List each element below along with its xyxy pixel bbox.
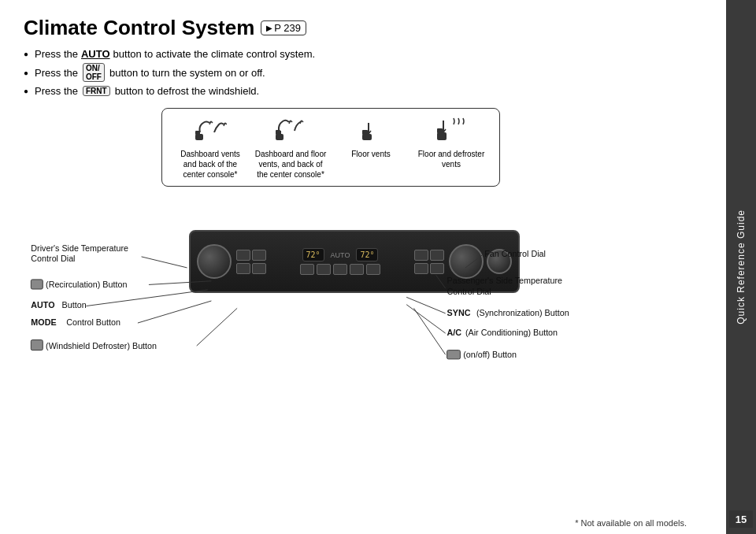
- panel-center-btn-5: [366, 264, 380, 275]
- panel-right-btn-2: [430, 250, 444, 261]
- footnote: * Not available on all models.: [575, 518, 687, 528]
- svg-line-18: [406, 305, 446, 333]
- svg-rect-13: [31, 340, 43, 350]
- svg-line-14: [197, 308, 237, 346]
- svg-line-8: [142, 257, 187, 268]
- ref-arrow: ▶: [266, 24, 272, 32]
- panel-btn-3: [236, 263, 250, 274]
- airflow-label-2: Dashboard and floor vents, and back of t…: [254, 149, 327, 180]
- airflow-icon-3: [354, 117, 387, 146]
- airflow-label-1: Dashboard vents and back of the center c…: [174, 149, 246, 180]
- airflow-mode-2: Dashboard and floor vents, and back of t…: [254, 117, 327, 180]
- panel-right-btn-4: [430, 263, 444, 274]
- svg-rect-6: [437, 132, 447, 140]
- svg-rect-0: [195, 134, 203, 140]
- airflow-label-3: Floor vents: [351, 149, 390, 159]
- svg-line-12: [138, 301, 211, 323]
- airflow-mode-4: Floor and defroster vents: [415, 117, 487, 169]
- left-temp-display: 72°: [302, 248, 324, 261]
- panel-right-btn-1: [414, 250, 428, 261]
- panel-image: 72° AUTO 72°: [189, 230, 520, 293]
- panel-btn-1: [236, 250, 250, 261]
- airflow-mode-1: Dashboard vents and back of the center c…: [174, 117, 246, 180]
- page-number: 15: [729, 510, 753, 528]
- airflow-mode-3: Floor vents: [335, 117, 407, 159]
- svg-rect-7: [437, 128, 443, 133]
- svg-rect-4: [362, 134, 372, 140]
- onoff-label: (on/off) Button: [463, 350, 517, 359]
- bullet-2-after: button to turn the system on or off.: [109, 67, 265, 79]
- right-temperature-dial: [449, 244, 484, 279]
- bullet-1-after: button to activate the climate control s…: [113, 48, 316, 60]
- recirc-label: (Recirculation) Button: [46, 280, 127, 289]
- page-ref: ▶ P 239: [261, 20, 306, 35]
- bullet-1-before: Press the: [35, 48, 78, 60]
- left-temperature-dial: [197, 244, 232, 279]
- drivers-temp-label-2: Control Dial: [31, 254, 75, 263]
- svg-rect-3: [276, 130, 280, 135]
- drivers-temp-label: Driver's Side Temperature: [31, 243, 128, 253]
- panel-container: 72° AUTO 72°: [189, 230, 520, 293]
- bullet-3-before: Press the: [35, 85, 78, 97]
- svg-rect-5: [362, 130, 368, 135]
- bullet-3: Press the FRNT button to defrost the win…: [24, 85, 702, 97]
- front-inline-btn: FRNT: [83, 86, 110, 96]
- mode-btn-label-2: Control Button: [66, 317, 120, 327]
- main-content: Climate Control System ▶ P 239 Press the…: [0, 0, 726, 534]
- ref-page: P 239: [274, 22, 301, 34]
- right-temp-display: 72°: [356, 248, 378, 261]
- panel-center-btn-4: [350, 264, 364, 275]
- sync-label: SYNC: [447, 308, 471, 317]
- airflow-label-4: Floor and defroster vents: [415, 149, 487, 169]
- svg-line-20: [414, 308, 446, 354]
- svg-rect-1: [195, 131, 200, 135]
- svg-rect-9: [31, 280, 43, 289]
- ac-label: A/C: [447, 328, 462, 337]
- airflow-icon-4: [432, 117, 471, 146]
- bullet-1-bold: AUTO: [81, 48, 110, 60]
- mode-btn-label: MODE: [31, 317, 56, 327]
- auto-btn-label: AUTO: [31, 300, 54, 310]
- svg-rect-2: [276, 134, 284, 140]
- panel-controls: 72° AUTO 72°: [191, 241, 518, 282]
- sync-label-2: (Synchronization) Button: [476, 308, 569, 317]
- sidebar-label: Quick Reference Guide: [736, 210, 747, 324]
- panel-center-btn-2: [317, 264, 331, 275]
- onoff-inline-btn: ON/OFF: [83, 63, 105, 82]
- page-title: Climate Control System ▶ P 239: [24, 16, 702, 40]
- panel-center-btn-1: [300, 264, 314, 275]
- title-text: Climate Control System: [24, 16, 254, 40]
- bullet-2: Press the ON/OFF button to turn the syst…: [24, 63, 702, 82]
- ac-label-2: (Air Conditioning) Button: [465, 328, 558, 337]
- airflow-box: Dashboard vents and back of the center c…: [161, 108, 500, 187]
- airflow-modes: Dashboard vents and back of the center c…: [174, 117, 487, 180]
- panel-btn-4: [252, 263, 266, 274]
- bullet-1: Press the AUTO button to activate the cl…: [24, 48, 702, 60]
- bullet-list: Press the AUTO button to activate the cl…: [24, 48, 702, 97]
- windshield-label: (Windshield Defroster) Button: [46, 341, 157, 350]
- panel-center-btn-3: [333, 264, 347, 275]
- bullet-2-before: Press the: [35, 67, 78, 79]
- diagram-area: Dashboard vents and back of the center c…: [24, 108, 702, 494]
- sidebar: Quick Reference Guide: [726, 0, 756, 534]
- auto-label: AUTO: [331, 251, 350, 259]
- airflow-icon-1: [194, 117, 227, 146]
- panel-right-btn-3: [414, 263, 428, 274]
- airflow-icon-2: [274, 117, 307, 146]
- svg-line-17: [406, 297, 446, 313]
- bullet-3-after: button to defrost the windshield.: [115, 85, 260, 97]
- fan-dial: [487, 249, 512, 274]
- panel-btn-2: [252, 250, 266, 261]
- svg-rect-19: [447, 350, 461, 359]
- auto-btn-label-2: Button: [62, 300, 87, 310]
